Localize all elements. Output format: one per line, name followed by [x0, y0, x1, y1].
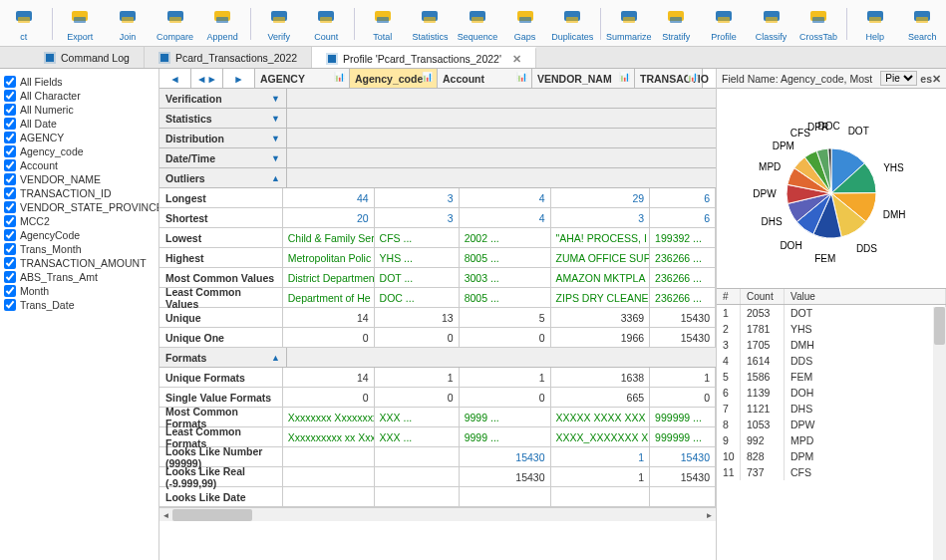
field-row[interactable]: TRANSACTION_AMOUNT: [4, 256, 155, 270]
field-row[interactable]: All Character: [4, 89, 155, 103]
section-statistics[interactable]: Statistics▼: [159, 109, 716, 129]
count-row[interactable]: 11737CFS: [717, 464, 946, 480]
column-chart-icon[interactable]: 📊: [619, 72, 630, 82]
scroll-thumb[interactable]: [172, 509, 252, 521]
vscroll-thumb[interactable]: [934, 307, 945, 345]
export-button[interactable]: Export: [57, 4, 105, 44]
expand-icon[interactable]: ▼: [271, 153, 280, 163]
field-row[interactable]: Trans_Date: [4, 298, 155, 312]
field-checkbox[interactable]: [4, 285, 16, 297]
sequence-button[interactable]: Sequence: [454, 4, 501, 44]
stratify-button[interactable]: Stratify: [653, 4, 701, 44]
column-header-vendor_nam[interactable]: VENDOR_NAM📊: [532, 69, 635, 88]
append-button[interactable]: Append: [198, 4, 246, 44]
contact-button[interactable]: ct: [0, 4, 48, 44]
tab-profile-pcard[interactable]: Profile 'Pcard_Transactions_2022'✕: [312, 47, 536, 68]
count-row[interactable]: 51586FEM: [717, 369, 946, 385]
profile-button[interactable]: Profile: [700, 4, 748, 44]
section-distribution[interactable]: Distribution▼: [159, 129, 716, 148]
summarize-button[interactable]: Summarize: [605, 4, 653, 44]
field-row[interactable]: TRANSACTION_ID: [4, 186, 155, 200]
section-datetime[interactable]: Date/Time▼: [159, 148, 716, 168]
column-chart-icon[interactable]: 📊: [422, 72, 433, 82]
scroll-right-icon[interactable]: ►: [703, 508, 716, 522]
field-checkbox[interactable]: [4, 201, 16, 213]
search-button[interactable]: Search: [898, 4, 946, 44]
count-row[interactable]: 9992MPD: [717, 432, 946, 448]
nav-resize-icon[interactable]: ◄►: [191, 69, 223, 88]
section-outliers[interactable]: Outliers▲: [159, 168, 716, 188]
nav-first-icon[interactable]: ◄: [159, 69, 191, 88]
scroll-left-icon[interactable]: ◄: [159, 508, 172, 522]
collapse-icon[interactable]: ▲: [271, 353, 280, 363]
field-checkbox[interactable]: [4, 159, 16, 171]
section-formats[interactable]: Formats▲: [159, 348, 716, 368]
tab-pcard-transactions[interactable]: Pcard_Transactions_2022: [145, 47, 312, 68]
expand-icon[interactable]: ▼: [271, 114, 280, 124]
column-header-agency[interactable]: AGENCY📊: [255, 69, 350, 88]
column-chart-icon[interactable]: 📊: [516, 72, 527, 82]
tab-command-log[interactable]: Command Log: [30, 47, 145, 68]
count-row[interactable]: 61139DOH: [717, 385, 946, 401]
count-row[interactable]: 31705DMH: [717, 337, 946, 353]
field-checkbox[interactable]: [4, 173, 16, 185]
tab-close-icon[interactable]: ✕: [512, 53, 521, 65]
field-checkbox[interactable]: [4, 229, 16, 241]
field-checkbox[interactable]: [4, 76, 16, 88]
field-checkbox[interactable]: [4, 257, 16, 269]
field-row[interactable]: VENDOR_NAME: [4, 172, 155, 186]
field-checkbox[interactable]: [4, 299, 16, 311]
field-row[interactable]: Agency_code: [4, 144, 155, 158]
field-row[interactable]: Account: [4, 158, 155, 172]
column-chart-icon[interactable]: 📊: [334, 72, 345, 82]
field-row[interactable]: Trans_Month: [4, 242, 155, 256]
column-header-transactio[interactable]: TRANSACTIO📊: [635, 69, 703, 88]
gaps-button[interactable]: Gaps: [501, 4, 549, 44]
field-row[interactable]: AGENCY: [4, 131, 155, 144]
join-button[interactable]: Join: [104, 4, 152, 44]
column-chart-icon[interactable]: 📊: [687, 72, 698, 82]
collapse-icon[interactable]: ▲: [271, 173, 280, 183]
count-button[interactable]: Count: [302, 4, 350, 44]
help-button[interactable]: Help: [851, 4, 899, 44]
field-row[interactable]: MCC2: [4, 214, 155, 228]
total-button[interactable]: Total: [359, 4, 407, 44]
crosstab-button[interactable]: CrossTab: [794, 4, 842, 44]
field-checkbox[interactable]: [4, 104, 16, 116]
column-header-agency_code[interactable]: Agency_code📊: [350, 69, 438, 88]
field-row[interactable]: ABS_Trans_Amt: [4, 270, 155, 284]
count-row[interactable]: 71121DHS: [717, 401, 946, 417]
chart-type-select[interactable]: Pie: [880, 71, 917, 86]
field-row[interactable]: Month: [4, 284, 155, 298]
duplicates-button[interactable]: Duplicates: [548, 4, 596, 44]
column-header-account[interactable]: Account📊: [438, 69, 532, 88]
field-checkbox[interactable]: [4, 118, 16, 130]
field-row[interactable]: All Date: [4, 117, 155, 131]
field-checkbox[interactable]: [4, 243, 16, 255]
nav-last-icon[interactable]: ►: [223, 69, 255, 88]
field-checkbox[interactable]: [4, 145, 16, 157]
count-row[interactable]: 10828DPM: [717, 448, 946, 464]
chart-expand-icon[interactable]: es✕: [920, 73, 941, 85]
field-row[interactable]: All Numeric: [4, 103, 155, 117]
count-row[interactable]: 41614DDS: [717, 353, 946, 369]
statistics-button[interactable]: Statistics: [407, 4, 455, 44]
count-row[interactable]: 81053DPW: [717, 417, 946, 432]
classify-button[interactable]: Classify: [748, 4, 795, 44]
field-row[interactable]: All Fields: [4, 75, 155, 89]
field-checkbox[interactable]: [4, 132, 16, 143]
expand-icon[interactable]: ▼: [271, 94, 280, 104]
vertical-scrollbar[interactable]: [933, 307, 946, 560]
verify-button[interactable]: Verify: [255, 4, 303, 44]
field-checkbox[interactable]: [4, 187, 16, 199]
horizontal-scrollbar[interactable]: ◄ ►: [159, 507, 716, 521]
field-checkbox[interactable]: [4, 215, 16, 227]
field-checkbox[interactable]: [4, 90, 16, 102]
count-row[interactable]: 21781YHS: [717, 321, 946, 337]
expand-icon[interactable]: ▼: [271, 134, 280, 143]
field-row[interactable]: AgencyCode: [4, 228, 155, 242]
section-verification[interactable]: Verification▼: [159, 89, 716, 109]
field-row[interactable]: VENDOR_STATE_PROVINCE: [4, 200, 155, 214]
count-row[interactable]: 12053DOT: [717, 305, 946, 321]
field-checkbox[interactable]: [4, 271, 16, 283]
